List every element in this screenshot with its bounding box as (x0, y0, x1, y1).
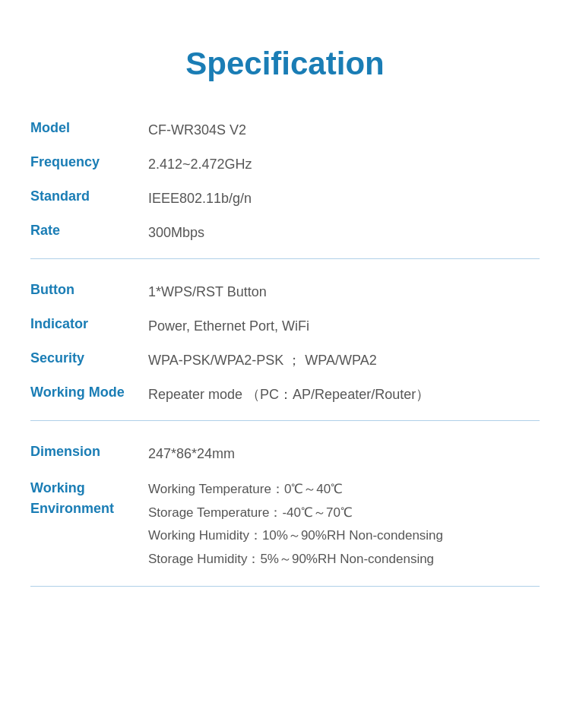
section-interface: Button 1*WPS/RST Button Indicator Power,… (30, 282, 540, 405)
page-title: Specification (30, 46, 540, 82)
label-dimension: Dimension (30, 444, 148, 460)
row-model: Model CF-WR304S V2 (30, 120, 540, 141)
label-working-environment: Working Environment (30, 478, 148, 519)
divider-3 (30, 586, 540, 587)
value-button: 1*WPS/RST Button (148, 282, 540, 302)
divider-1 (30, 258, 540, 259)
row-dimension: Dimension 247*86*24mm (30, 444, 540, 464)
row-button: Button 1*WPS/RST Button (30, 282, 540, 302)
label-rate: Rate (30, 223, 148, 239)
label-security: Security (30, 350, 148, 366)
label-button: Button (30, 282, 148, 298)
label-working-mode: Working Mode (30, 385, 148, 400)
value-rate: 300Mbps (148, 223, 540, 243)
value-frequency: 2.412~2.472GHz (148, 154, 540, 175)
value-indicator: Power, Ethernet Port, WiFi (148, 316, 540, 337)
value-working-environment: Working Temperature：0℃～40℃Storage Temper… (148, 478, 540, 571)
page-container: Specification Model CF-WR304S V2 Frequen… (0, 0, 570, 728)
row-security: Security WPA-PSK/WPA2-PSK ； WPA/WPA2 (30, 350, 540, 371)
label-model: Model (30, 120, 148, 136)
divider-2 (30, 420, 540, 421)
value-working-mode: Repeater mode （PC：AP/Repeater/Router） (148, 385, 540, 405)
value-model: CF-WR304S V2 (148, 120, 540, 141)
row-working-environment: Working Environment Working Temperature：… (30, 478, 540, 571)
value-dimension: 247*86*24mm (148, 444, 540, 464)
label-standard: Standard (30, 188, 148, 204)
section-physical: Dimension 247*86*24mm Working Environmen… (30, 444, 540, 571)
row-frequency: Frequency 2.412~2.472GHz (30, 154, 540, 175)
value-security: WPA-PSK/WPA2-PSK ； WPA/WPA2 (148, 350, 540, 371)
row-rate: Rate 300Mbps (30, 223, 540, 243)
label-frequency: Frequency (30, 154, 148, 170)
label-indicator: Indicator (30, 316, 148, 332)
section-wireless: Model CF-WR304S V2 Frequency 2.412~2.472… (30, 120, 540, 243)
row-indicator: Indicator Power, Ethernet Port, WiFi (30, 316, 540, 337)
value-standard: IEEE802.11b/g/n (148, 188, 540, 209)
row-working-mode: Working Mode Repeater mode （PC：AP/Repeat… (30, 385, 540, 405)
row-standard: Standard IEEE802.11b/g/n (30, 188, 540, 209)
